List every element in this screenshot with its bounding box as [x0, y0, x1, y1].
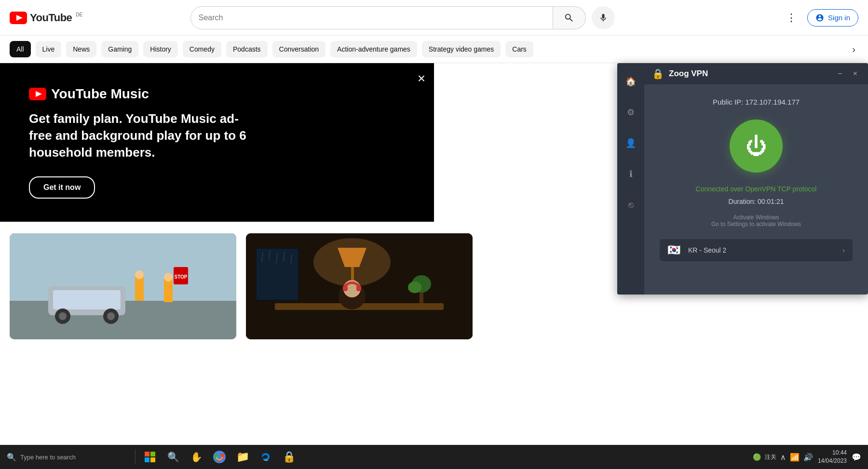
vpn-logout-icon[interactable]: ⎋ — [622, 196, 639, 214]
search-button[interactable] — [553, 6, 586, 29]
taskbar-app-search[interactable]: 🔍 — [163, 446, 184, 468]
vpn-main: 🔒 Zoog VPN − × Public IP: 172.107.194.17… — [644, 63, 868, 273]
svg-point-13 — [135, 270, 144, 279]
vpn-close-button[interactable]: × — [850, 69, 860, 78]
vpn-duration: Duration: 00:01:21 — [728, 198, 784, 205]
vpn-ip-display: Public IP: 172.107.194.177 — [713, 98, 800, 106]
tray-expand-icon[interactable]: ∧ — [780, 453, 786, 462]
more-options-button[interactable]: ⋮ — [783, 9, 800, 27]
svg-rect-14 — [164, 279, 173, 302]
banner-logo: YouTube Music — [29, 86, 405, 102]
video-card-1[interactable]: STOP — [10, 233, 236, 339]
vpn-settings-icon[interactable]: ⚙ — [622, 104, 639, 121]
svg-text:STOP: STOP — [174, 274, 187, 280]
svg-point-43 — [217, 455, 222, 459]
vpn-connection-status: Connected over OpenVPN TCP protocol — [696, 185, 817, 193]
sign-in-label: Sign in — [828, 13, 850, 22]
svg-rect-12 — [135, 277, 144, 301]
chip-cars[interactable]: Cars — [505, 41, 533, 57]
vpn-lock-icon: 🔒 — [652, 68, 664, 80]
vpn-info-icon[interactable]: ℹ — [622, 165, 639, 183]
mic-icon — [598, 13, 608, 23]
taskbar-search-text: Type here to search — [20, 454, 76, 461]
youtube-wordmark: YouTube — [30, 12, 72, 24]
youtube-music-banner: × YouTube Music Get family plan. YouTube… — [0, 63, 434, 222]
vpn-taskbar-icon: 🔒 — [283, 451, 296, 463]
video-thumbnail-1: STOP — [10, 233, 236, 339]
vpn-titlebar: 🔒 Zoog VPN − × — [644, 63, 868, 84]
svg-rect-7 — [53, 290, 121, 309]
edge-icon — [260, 451, 271, 463]
logo[interactable]: YouTube DE — [10, 12, 106, 24]
sign-in-button[interactable]: Sign in — [807, 9, 858, 27]
clock-date: 14/04/2023 — [818, 457, 847, 465]
banner-close-button[interactable]: × — [418, 72, 425, 85]
taskbar-search-btn-icon: 🔍 — [167, 451, 179, 463]
taskbar-app-edge[interactable] — [255, 446, 276, 468]
taskbar-app-chrome[interactable] — [209, 446, 230, 468]
chip-gaming[interactable]: Gaming — [101, 41, 138, 57]
taskbar-right: 🟢 注关 ∧ 📶 🔊 10:44 14/04/2023 💬 — [746, 449, 868, 465]
vpn-account-icon[interactable]: 👤 — [622, 134, 639, 152]
svg-rect-40 — [150, 457, 155, 462]
tray-vpn-icon[interactable]: 🟢 — [753, 453, 761, 461]
vpn-power-icon: ⏻ — [746, 135, 767, 157]
video-thumbnail-2 — [246, 233, 473, 339]
get-it-now-button[interactable]: Get it now — [29, 176, 95, 199]
chip-comedy[interactable]: Comedy — [183, 41, 221, 57]
vpn-server-flag: 🇰🇷 — [667, 244, 680, 256]
banner-yt-icon — [29, 88, 46, 100]
thumb-art-2 — [246, 233, 473, 339]
taskbar-app-windows[interactable] — [139, 446, 161, 468]
taskbar-clock[interactable]: 10:44 14/04/2023 — [818, 449, 847, 465]
search-input[interactable] — [199, 13, 545, 22]
header: YouTube DE ⋮ Sign in — [0, 0, 868, 36]
vpn-minimize-button[interactable]: − — [835, 69, 845, 78]
vpn-power-button[interactable]: ⏻ — [730, 120, 783, 173]
tray-volume-icon[interactable]: 🔊 — [803, 453, 813, 462]
clock-time: 10:44 — [818, 449, 847, 457]
chip-conversation[interactable]: Conversation — [272, 41, 326, 57]
cortana-icon: ✋ — [190, 451, 203, 463]
vpn-activate-windows: Activate Windows Go to Settings to activ… — [711, 214, 801, 228]
svg-point-15 — [164, 273, 173, 281]
chip-podcasts[interactable]: Podcasts — [226, 41, 268, 57]
video-card-2[interactable] — [246, 233, 473, 339]
windows-icon — [144, 451, 156, 463]
banner-title: Get family plan. YouTube Music ad-free a… — [29, 110, 260, 161]
taskbar-tray: 🟢 注关 ∧ 📶 🔊 — [753, 453, 813, 462]
vpn-title-text: Zoog VPN — [669, 69, 830, 79]
thumb-art-1: STOP — [10, 233, 236, 339]
chrome-icon — [213, 451, 226, 463]
main-area: × YouTube Music Get family plan. YouTube… — [0, 63, 868, 351]
vpn-chevron-icon: › — [842, 246, 845, 254]
taskbar-app-cortana[interactable]: ✋ — [186, 446, 207, 468]
chip-news[interactable]: News — [66, 41, 96, 57]
taskbar: 🔍 Type here to search 🔍 ✋ — [0, 445, 868, 469]
thumb-svg-1: STOP — [10, 233, 236, 339]
chip-history[interactable]: History — [143, 41, 178, 57]
vpn-panel: 🏠 ⚙ 👤 ℹ ⎋ 🔒 Zoog VPN − × Public IP: 172.… — [617, 63, 868, 295]
account-icon — [815, 13, 824, 22]
taskbar-apps: 🔍 ✋ 📁 🔒 — [136, 446, 303, 468]
files-icon: 📁 — [236, 451, 249, 463]
tray-network-icon[interactable]: 📶 — [790, 453, 800, 462]
vpn-home-icon[interactable]: 🏠 — [622, 73, 639, 90]
svg-rect-26 — [356, 285, 361, 291]
chip-strategy[interactable]: Strategy video games — [422, 41, 501, 57]
taskbar-search-area[interactable]: 🔍 Type here to search — [0, 445, 135, 469]
taskbar-app-files[interactable]: 📁 — [232, 446, 253, 468]
taskbar-app-vpn[interactable]: 🔒 — [278, 446, 299, 468]
tray-ime-icon[interactable]: 注关 — [765, 453, 776, 461]
search-area — [190, 6, 615, 29]
banner-logo-text: YouTube Music — [51, 86, 149, 102]
filter-scroll-right[interactable]: › — [849, 41, 858, 58]
mic-button[interactable] — [592, 6, 615, 29]
chip-live[interactable]: Live — [36, 41, 62, 57]
chip-action-adventure[interactable]: Action-adventure games — [330, 41, 417, 57]
taskbar-notification-icon[interactable]: 💬 — [852, 453, 861, 462]
vpn-server-selector[interactable]: 🇰🇷 KR - Seoul 2 › — [660, 239, 853, 261]
chip-all[interactable]: All — [10, 41, 31, 57]
svg-rect-38 — [150, 452, 155, 456]
svg-rect-39 — [145, 457, 149, 462]
